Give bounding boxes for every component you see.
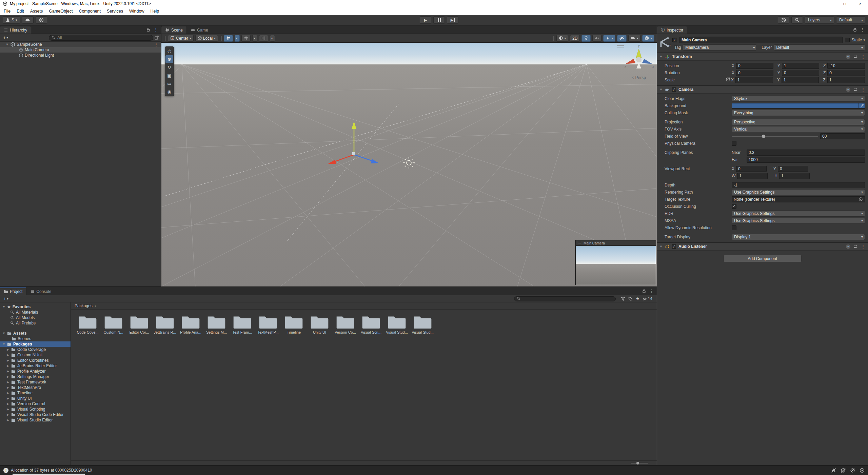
scene-audio-toggle[interactable]: [592, 35, 601, 42]
menu-file[interactable]: File: [1, 9, 14, 14]
viewport-x-field[interactable]: 0: [736, 166, 767, 172]
position-y-field[interactable]: 1: [782, 63, 819, 69]
foldout-arrow-icon[interactable]: ▶: [6, 397, 9, 400]
tree-item-package[interactable]: ▶Custom NUnit: [0, 352, 71, 358]
lock-icon[interactable]: [146, 27, 151, 32]
object-picker-icon[interactable]: [859, 197, 863, 201]
rotation-z-field[interactable]: 0: [827, 70, 865, 76]
search-by-type-icon[interactable]: [621, 297, 625, 301]
tab-hierarchy[interactable]: Hierarchy: [0, 26, 31, 34]
search-button[interactable]: [791, 16, 803, 24]
cache-server-disabled-icon[interactable]: [841, 468, 846, 473]
gizmo-center-sphere[interactable]: [636, 57, 642, 62]
dynamic-resolution-checkbox[interactable]: [732, 225, 736, 230]
constrain-proportions-icon[interactable]: [725, 77, 731, 83]
create-add-button[interactable]: + ▾: [2, 296, 9, 301]
foldout-arrow-icon[interactable]: ▶: [6, 348, 9, 351]
hdr-dropdown[interactable]: Use Graphics Settings: [732, 211, 865, 217]
menu-gameobject[interactable]: GameObject: [46, 9, 76, 14]
foldout-arrow-icon[interactable]: ▶: [6, 380, 9, 384]
menu-services[interactable]: Services: [104, 9, 126, 14]
menu-edit[interactable]: Edit: [14, 9, 27, 14]
viewport-w-field[interactable]: 1: [737, 173, 768, 179]
tree-item-package[interactable]: ▶JetBrains Rider Editor: [0, 363, 71, 369]
tab-console[interactable]: Console: [26, 288, 55, 295]
grid-snapping-options[interactable]: ▾: [252, 35, 257, 42]
folder-item[interactable]: Unity UI: [310, 314, 329, 334]
menu-help[interactable]: Help: [147, 9, 162, 14]
folder-item[interactable]: Test Fram...: [233, 314, 252, 334]
kebab-menu-icon[interactable]: ⋮: [861, 244, 865, 249]
tree-item-favorites[interactable]: ▼ ★ Favorites: [0, 304, 71, 310]
position-x-field[interactable]: 0: [736, 63, 773, 69]
foldout-arrow-icon[interactable]: ▶: [6, 413, 9, 416]
hierarchy-scene-row[interactable]: ▼ SampleScene ⋮: [0, 42, 161, 47]
folder-item[interactable]: Custom N...: [104, 314, 123, 334]
foldout-arrow-icon[interactable]: ▼: [2, 332, 5, 335]
object-name-field[interactable]: Main Camera: [679, 37, 843, 43]
foldout-arrow-icon[interactable]: ▼: [5, 43, 9, 46]
tab-project[interactable]: Project: [0, 288, 26, 295]
create-add-button[interactable]: + ▾: [2, 35, 9, 40]
folder-item[interactable]: Visual Scri...: [361, 314, 381, 334]
scene-viewport[interactable]: ◎ ⊕ ↻ ▣ ▭ ◉ y: [161, 43, 657, 286]
tree-item-package[interactable]: ▶Unity UI: [0, 396, 71, 401]
rotation-y-field[interactable]: 0: [782, 70, 819, 76]
axis-z-cone[interactable]: [642, 59, 652, 64]
audio-listener-header[interactable]: ▼ ✓ Audio Listener ? ⋮: [657, 243, 868, 251]
grid-visibility-toggle[interactable]: [224, 35, 233, 42]
culling-mask-dropdown[interactable]: Everything: [732, 110, 865, 116]
tree-item-package[interactable]: ▶Version Control: [0, 401, 71, 407]
plastic-scm-button[interactable]: [36, 16, 47, 24]
menu-window[interactable]: Window: [126, 9, 147, 14]
tree-item-package[interactable]: ▶Test Framework: [0, 379, 71, 385]
project-search-input[interactable]: [514, 296, 616, 301]
undo-history-button[interactable]: [778, 16, 789, 24]
static-checkbox[interactable]: [845, 38, 850, 42]
foldout-arrow-icon[interactable]: ▼: [659, 245, 663, 248]
near-clip-field[interactable]: 0.3: [747, 150, 865, 156]
close-button[interactable]: ×: [852, 0, 868, 7]
play-button[interactable]: ▶: [420, 16, 431, 24]
tool-handle-pivot-dropdown[interactable]: Center ▾: [168, 35, 194, 42]
kebab-menu-icon[interactable]: ⋮: [154, 42, 158, 47]
kebab-menu-icon[interactable]: ⋮: [649, 289, 654, 294]
menu-component[interactable]: Component: [76, 9, 104, 14]
kebab-menu-icon[interactable]: ⋮: [861, 87, 865, 92]
layout-dropdown[interactable]: Default: [836, 16, 865, 24]
hierarchy-item-directional-light[interactable]: Directional Light: [0, 53, 161, 58]
folder-item[interactable]: Timeline: [284, 314, 303, 334]
tree-item-all-models[interactable]: All Models: [0, 315, 71, 320]
grid-visibility-options[interactable]: ▾: [235, 35, 240, 42]
hidden-packages-toggle[interactable]: 14: [643, 296, 652, 301]
save-search-star-icon[interactable]: ★: [636, 296, 639, 301]
snap-increment-options[interactable]: ▾: [270, 35, 275, 42]
step-button[interactable]: ▶: [447, 16, 458, 24]
slider-handle[interactable]: [762, 135, 765, 138]
tree-item-package[interactable]: ▶TextMeshPro: [0, 385, 71, 390]
presets-icon[interactable]: [853, 87, 858, 92]
move-tool-button[interactable]: ⊕: [165, 55, 173, 63]
view-tool-button[interactable]: ◎: [165, 47, 173, 55]
tree-item-package[interactable]: ▶Editor Coroutines: [0, 358, 71, 363]
foldout-arrow-icon[interactable]: ▶: [6, 364, 9, 368]
scale-z-field[interactable]: 1: [827, 77, 865, 83]
icon-size-slider[interactable]: [631, 463, 648, 463]
position-z-field[interactable]: -10: [827, 63, 865, 69]
tree-item-package[interactable]: ▶Visual Studio Editor: [0, 417, 71, 423]
rotate-tool-button[interactable]: ↻: [165, 63, 173, 71]
presets-icon[interactable]: [853, 55, 858, 59]
layers-dropdown[interactable]: Layers: [805, 16, 834, 24]
folder-item[interactable]: Editor Cor...: [130, 314, 149, 334]
tab-inspector[interactable]: ⓘ Inspector: [657, 26, 687, 34]
folder-item[interactable]: Settings M...: [207, 314, 226, 334]
tree-item-assets[interactable]: ▼ Assets: [0, 331, 71, 336]
projection-mode-label[interactable]: < Persp: [620, 75, 657, 80]
axis-x-cone[interactable]: [626, 59, 635, 64]
search-by-label-icon[interactable]: [628, 297, 633, 301]
scale-y-field[interactable]: 1: [782, 77, 819, 83]
menu-assets[interactable]: Assets: [27, 9, 46, 14]
foldout-arrow-icon[interactable]: ▼: [2, 305, 5, 309]
foldout-arrow-icon[interactable]: ▶: [6, 408, 9, 411]
help-icon[interactable]: ?: [846, 244, 850, 249]
